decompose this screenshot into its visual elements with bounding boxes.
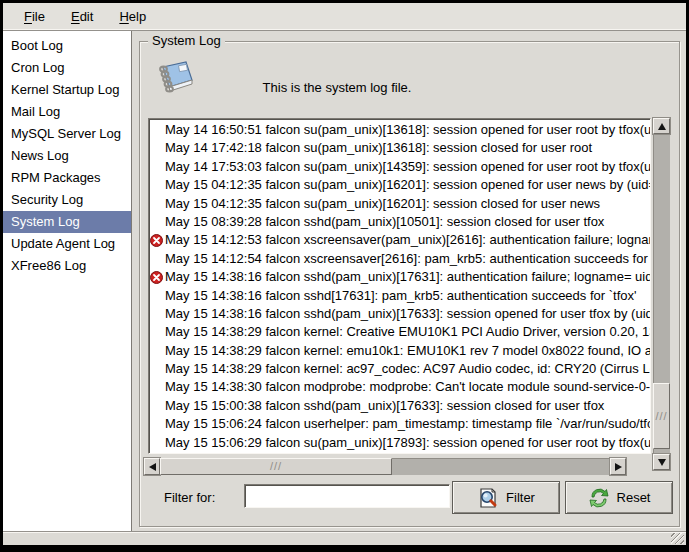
log-line: May 15 15:06:24 falcon userhelper: pam_t… [149, 415, 650, 433]
horizontal-scrollbar[interactable] [144, 458, 626, 475]
error-icon [150, 234, 163, 247]
scroll-down-button[interactable] [653, 454, 670, 470]
log-line: May 14 17:42:18 falcon su(pam_unix)[1361… [149, 139, 650, 157]
arrow-right-icon [615, 463, 622, 471]
horizontal-scroll-thumb[interactable] [160, 458, 392, 475]
log-line: May 15 15:00:38 falcon sshd(pam_unix)[17… [149, 397, 650, 415]
vertical-scroll-thumb[interactable] [653, 383, 670, 449]
filter-label: Filter for: [164, 490, 215, 505]
log-description: This is the system log file. [187, 80, 487, 95]
log-line: May 15 14:12:53 falcon xscreensaver(pam_… [149, 231, 650, 249]
log-line-text: May 15 14:38:16 falcon sshd(pam_unix)[17… [165, 269, 651, 284]
sidebar-item-kernel-startup-log[interactable]: Kernel Startup Log [3, 79, 131, 101]
app-window: FileEditHelp Boot LogCron LogKernel Star… [0, 0, 689, 552]
reset-button-label: Reset [617, 490, 651, 505]
sidebar-item-news-log[interactable]: News Log [3, 145, 131, 167]
main-area: Boot LogCron LogKernel Startup LogMail L… [3, 31, 686, 531]
resize-grip-icon[interactable] [671, 533, 684, 544]
sidebar-item-cron-log[interactable]: Cron Log [3, 57, 131, 79]
log-line-text: May 15 04:12:35 falcon su(pam_unix)[1620… [165, 196, 600, 211]
log-line: May 15 14:38:29 falcon kernel: emu10k1: … [149, 342, 650, 360]
log-line: May 14 17:53:03 falcon su(pam_unix)[1435… [149, 158, 650, 176]
log-line: May 15 14:12:54 falcon xscreensaver[2616… [149, 250, 650, 268]
scroll-left-button[interactable] [144, 458, 160, 475]
log-list: Boot LogCron LogKernel Startup LogMail L… [3, 31, 132, 531]
status-bar [3, 531, 686, 545]
log-line: May 14 16:50:51 falcon su(pam_unix)[1361… [149, 121, 650, 139]
sidebar-item-rpm-packages[interactable]: RPM Packages [3, 167, 131, 189]
magnifier-document-icon [477, 487, 499, 509]
refresh-arrows-icon [588, 488, 610, 508]
log-line-text: May 15 08:39:28 falcon sshd(pam_unix)[10… [165, 214, 604, 229]
frame-title: System Log [148, 33, 225, 48]
filter-button-label: Filter [506, 490, 535, 505]
log-viewport[interactable]: May 14 16:50:51 falcon su(pam_unix)[1361… [148, 118, 651, 454]
log-line-text: May 15 15:00:38 falcon sshd(pam_unix)[17… [165, 398, 604, 413]
log-line-text: May 15 14:12:53 falcon xscreensaver(pam_… [165, 232, 651, 247]
scroll-up-button[interactable] [653, 118, 670, 134]
log-line: May 15 14:38:29 falcon kernel: ac97_code… [149, 360, 650, 378]
vertical-scrollbar[interactable] [653, 118, 670, 470]
log-line-text: May 15 14:12:54 falcon xscreensaver[2616… [165, 251, 651, 266]
log-line: May 15 14:38:16 falcon sshd(pam_unix)[17… [149, 268, 650, 286]
arrow-up-icon [658, 123, 666, 130]
log-content: May 14 16:50:51 falcon su(pam_unix)[1361… [149, 119, 650, 452]
vertical-scroll-track[interactable] [653, 134, 670, 454]
log-line-text: May 14 17:53:03 falcon su(pam_unix)[1435… [165, 159, 651, 174]
menu-file[interactable]: File [11, 5, 58, 28]
log-line-text: May 15 15:06:29 falcon su(pam_unix)[1789… [165, 435, 651, 450]
sidebar-item-system-log[interactable]: System Log [3, 211, 131, 233]
log-line-text: May 15 15:06:24 falcon userhelper: pam_t… [165, 416, 651, 431]
log-line: May 15 14:38:16 falcon sshd(pam_unix)[17… [149, 305, 650, 323]
log-line: May 15 04:12:35 falcon su(pam_unix)[1620… [149, 176, 650, 194]
log-line-text: May 14 17:42:18 falcon su(pam_unix)[1361… [165, 140, 592, 155]
error-icon [150, 271, 163, 284]
filter-button[interactable]: Filter [452, 481, 560, 514]
log-line-text: May 15 14:38:16 falcon sshd[17631]: pam_… [165, 288, 637, 303]
log-line-text: May 15 14:38:16 falcon sshd(pam_unix)[17… [165, 306, 651, 321]
log-line: May 15 08:39:28 falcon sshd(pam_unix)[10… [149, 213, 650, 231]
log-line: May 15 15:06:29 falcon su(pam_unix)[1789… [149, 434, 650, 452]
log-line-text: May 15 14:38:29 falcon kernel: ac97_code… [165, 361, 651, 376]
reset-button[interactable]: Reset [565, 481, 673, 514]
sidebar-item-security-log[interactable]: Security Log [3, 189, 131, 211]
log-line-text: May 15 14:38:29 falcon kernel: emu10k1: … [165, 343, 651, 358]
log-line: May 15 14:38:29 falcon kernel: Creative … [149, 323, 650, 341]
menu-help[interactable]: Help [106, 5, 159, 28]
log-line: May 15 14:38:16 falcon sshd[17631]: pam_… [149, 287, 650, 305]
sidebar-item-boot-log[interactable]: Boot Log [3, 35, 131, 57]
log-line-text: May 15 04:12:35 falcon su(pam_unix)[1620… [165, 177, 651, 192]
sidebar-item-mail-log[interactable]: Mail Log [3, 101, 131, 123]
menu-edit[interactable]: Edit [58, 5, 106, 28]
log-line-text: May 15 14:38:29 falcon kernel: Creative … [165, 324, 651, 339]
content-panel: System Log [132, 31, 686, 531]
system-log-frame: System Log [139, 41, 680, 527]
sidebar-item-mysql-server-log[interactable]: MySQL Server Log [3, 123, 131, 145]
filter-input[interactable] [244, 484, 450, 508]
log-line: May 15 14:38:30 falcon modprobe: modprob… [149, 378, 650, 396]
log-line-text: May 14 16:50:51 falcon su(pam_unix)[1361… [165, 122, 651, 137]
thumb-grip [270, 461, 282, 472]
arrow-down-icon [658, 459, 666, 466]
log-line: May 15 04:12:35 falcon su(pam_unix)[1620… [149, 195, 650, 213]
sidebar-item-xfree86-log[interactable]: XFree86 Log [3, 255, 131, 277]
sidebar-item-update-agent-log[interactable]: Update Agent Log [3, 233, 131, 255]
thumb-grip [655, 411, 667, 422]
log-line-text: May 15 14:38:30 falcon modprobe: modprob… [165, 379, 651, 394]
arrow-left-icon [149, 463, 156, 471]
scroll-right-button[interactable] [610, 458, 626, 475]
menu-bar: FileEditHelp [3, 3, 686, 31]
